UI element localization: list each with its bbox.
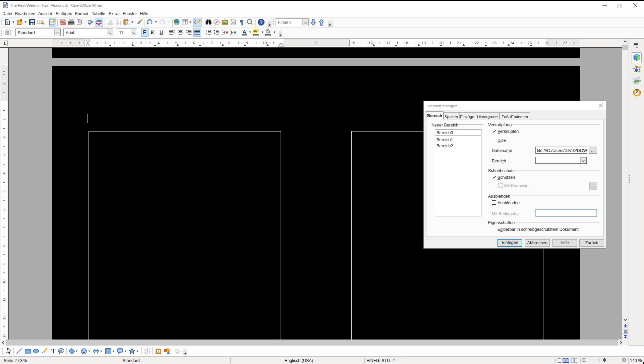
svg-text:ab: ab — [253, 30, 256, 33]
svg-text:4: 4 — [158, 41, 160, 45]
svg-text:6: 6 — [193, 41, 195, 45]
svg-text:ABC: ABC — [87, 19, 94, 22]
svg-text:9: 9 — [246, 41, 248, 45]
svg-text:22: 22 — [475, 41, 479, 45]
svg-text:I: I — [206, 30, 207, 32]
svg-text:27: 27 — [563, 41, 567, 45]
svg-text:2: 2 — [122, 41, 124, 45]
svg-text:A: A — [157, 350, 160, 353]
svg-text:ABC: ABC — [96, 19, 102, 22]
svg-text:3: 3 — [2, 154, 6, 156]
svg-text:9: 9 — [2, 263, 6, 265]
svg-text:6: 6 — [2, 208, 6, 210]
svg-text:10: 10 — [2, 279, 6, 284]
svg-text:1: 1 — [69, 41, 71, 45]
svg-text:N: N — [636, 89, 638, 91]
svg-text:2: 2 — [2, 136, 6, 138]
svg-text:24: 24 — [510, 41, 514, 45]
svg-text:19: 19 — [421, 41, 426, 45]
svg-text:1: 1 — [105, 41, 107, 45]
svg-text:7: 7 — [2, 226, 6, 228]
svg-text:16: 16 — [368, 41, 373, 45]
svg-text:23: 23 — [492, 41, 496, 45]
svg-text:18: 18 — [404, 41, 408, 45]
svg-text:10: 10 — [262, 41, 267, 45]
svg-text:8: 8 — [228, 41, 230, 45]
svg-text:8: 8 — [2, 245, 6, 247]
svg-text:3: 3 — [140, 41, 142, 45]
svg-text:20: 20 — [439, 41, 444, 45]
svg-text:21: 21 — [457, 41, 461, 45]
svg-text:5: 5 — [175, 41, 177, 45]
svg-text:11: 11 — [2, 298, 6, 302]
svg-text:12: 12 — [2, 316, 6, 320]
svg-text:?: ? — [260, 19, 263, 25]
svg-text:4: 4 — [2, 172, 6, 174]
svg-text:17: 17 — [386, 41, 391, 45]
svg-text:1: 1 — [2, 83, 6, 85]
svg-text:PDF: PDF — [61, 22, 65, 24]
svg-text:13: 13 — [2, 333, 6, 338]
svg-text:1: 1 — [2, 118, 6, 120]
svg-text:II: II — [206, 33, 208, 35]
svg-text:7: 7 — [211, 41, 213, 45]
svg-text:15: 15 — [351, 41, 355, 45]
svg-text:26: 26 — [545, 41, 549, 45]
svg-text:5: 5 — [2, 191, 6, 193]
